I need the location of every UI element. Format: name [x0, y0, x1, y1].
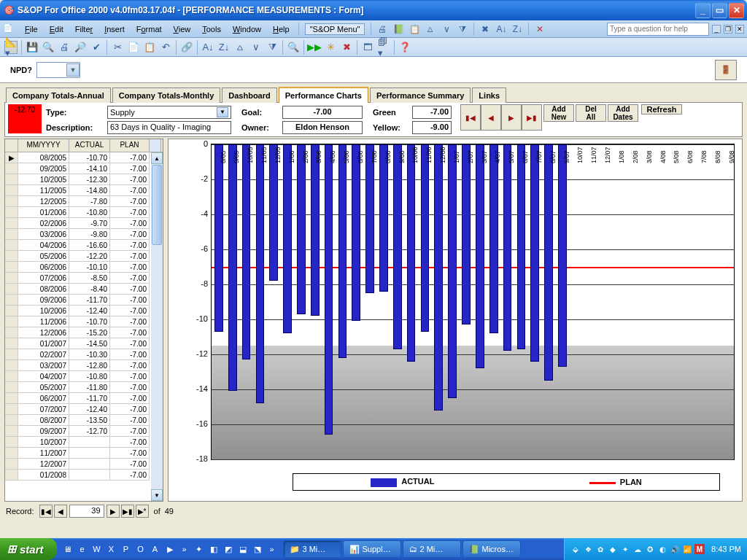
recnav-new-button[interactable]: ▶* [136, 505, 149, 518]
access-icon[interactable]: A [149, 542, 162, 556]
tray-icon[interactable]: ❖ [583, 544, 593, 554]
excel-icon[interactable]: 📗 [392, 23, 404, 35]
go-first-icon[interactable]: ▶▶ [308, 41, 321, 54]
outlook-icon[interactable]: O [134, 542, 147, 556]
table-row[interactable]: 07/2007-12.40-7.00 [5, 404, 151, 415]
db-window-icon[interactable]: 🗔 [361, 41, 374, 54]
help-icon[interactable]: ❓ [398, 41, 411, 54]
tray-icon[interactable]: ⬙ [570, 544, 581, 554]
table-row[interactable]: 10/2007-7.00 [5, 437, 151, 448]
taskbar-clock[interactable]: 8:43 PM [711, 545, 741, 553]
remove-filter-icon[interactable]: ✖ [479, 23, 491, 35]
table-row[interactable]: 02/2007-10.30-7.00 [5, 349, 151, 360]
table-row[interactable]: 11/2007-7.00 [5, 448, 151, 459]
col-plan[interactable]: PLAN [110, 139, 150, 152]
scroll-thumb[interactable] [152, 165, 162, 245]
table-row[interactable]: 12/2007-7.00 [5, 459, 151, 470]
yellow-input[interactable]: -9.00 [412, 121, 452, 134]
col-date[interactable]: MM/YYYY [18, 139, 69, 152]
table-row[interactable]: 08/2006-8.40-7.00 [5, 284, 151, 295]
tray-m-icon[interactable]: M [694, 544, 705, 554]
filter-excl-icon[interactable]: ⧩ [457, 23, 468, 35]
ql-misc-icon[interactable]: ✦ [193, 542, 206, 556]
data-grid[interactable]: MM/YYYY ACTUAL PLAN ▶08/2005-10.70-7.000… [4, 139, 163, 502]
ql-misc3-icon[interactable]: ◩ [222, 542, 235, 556]
spellcheck-icon[interactable]: ✔ [90, 41, 103, 54]
del-all-button[interactable]: DelAll [576, 104, 606, 122]
find-icon[interactable]: 🔍 [287, 41, 300, 54]
filter-form-toolbar-icon[interactable]: ∨ [249, 41, 263, 54]
hyperlink-icon[interactable]: 🔗 [180, 41, 193, 54]
tray-icon[interactable]: ✿ [595, 544, 605, 554]
description-input[interactable]: 63 Days in Quality - Imaging [107, 121, 231, 134]
first-record-button[interactable]: ▮◀ [460, 104, 481, 131]
recnav-first-button[interactable]: ▮◀ [39, 505, 53, 518]
tray-icon[interactable]: ◐ [657, 544, 667, 554]
last-record-button[interactable]: ▶▮ [522, 104, 542, 131]
scroll-down-icon[interactable]: ▼ [151, 489, 163, 501]
menu-filter[interactable]: Filter [69, 23, 98, 35]
npd-combo[interactable]: ▼ [36, 62, 80, 78]
delete-icon[interactable]: ✖ [340, 41, 353, 54]
sort-asc-toolbar-icon[interactable]: A↓ [201, 41, 214, 54]
paste-icon[interactable]: 📋 [143, 41, 156, 54]
sort-desc-icon[interactable]: Z↓ [511, 23, 523, 35]
tab-company-totals-monthly[interactable]: Company Totals-Monthly [112, 88, 221, 103]
tab-company-totals-annual[interactable]: Company Totals-Annual [6, 88, 111, 103]
next-record-button[interactable]: ▶ [501, 104, 522, 131]
sop-menu-button[interactable]: "S&OP Menu" [305, 23, 365, 35]
window-maximize-button[interactable]: ▭ [712, 3, 727, 18]
help-question-input[interactable] [607, 23, 709, 36]
tab-dashboard[interactable]: Dashboard [222, 88, 276, 103]
menu-window[interactable]: Window [227, 23, 267, 35]
ql-more-icon[interactable]: » [178, 542, 191, 556]
ql-misc4-icon[interactable]: ⬓ [236, 542, 249, 556]
ql-expand-icon[interactable]: » [266, 542, 279, 556]
table-row[interactable]: 05/2007-11.80-7.00 [5, 382, 151, 393]
taskbar-button[interactable]: 🗂2 Mi… [403, 540, 461, 558]
grid-scrollbar[interactable]: ▲ ▼ [151, 152, 163, 501]
media-icon[interactable]: ▶ [163, 542, 177, 556]
mdi-close-button[interactable]: ✕ [735, 25, 744, 34]
table-row[interactable]: 09/2006-11.70-7.00 [5, 295, 151, 306]
table-row[interactable]: 09/2005-14.10-7.00 [5, 163, 151, 174]
goal-input[interactable]: -7.00 [282, 106, 363, 119]
table-row[interactable]: 07/2006-8.50-7.00 [5, 273, 151, 284]
show-desktop-icon[interactable]: 🖥 [61, 542, 74, 556]
table-row[interactable]: 03/2006-9.80-7.00 [5, 229, 151, 240]
ql-misc5-icon[interactable]: ⬔ [251, 542, 264, 556]
search-icon[interactable]: 🔍 [42, 41, 55, 54]
new-record-icon[interactable]: ✳ [324, 41, 337, 54]
table-row[interactable]: 03/2007-12.80-7.00 [5, 360, 151, 371]
tray-network-icon[interactable]: 📶 [682, 544, 692, 554]
tab-links[interactable]: Links [472, 88, 506, 103]
table-row[interactable]: 01/2007-14.50-7.00 [5, 338, 151, 349]
filter-by-selection-icon[interactable]: 🜂 [425, 23, 436, 35]
green-input[interactable]: -7.00 [412, 106, 452, 119]
start-button[interactable]: ⊞start [0, 538, 57, 560]
save-icon[interactable]: 💾 [26, 41, 39, 54]
delete-record-icon[interactable]: ✕ [534, 23, 546, 35]
menu-tools[interactable]: Tools [196, 23, 227, 35]
tab-performance-charts[interactable]: Performance Charts [279, 87, 368, 103]
table-row[interactable]: 10/2006-12.40-7.00 [5, 306, 151, 316]
ie-icon[interactable]: e [76, 542, 89, 556]
excel-ql-icon[interactable]: X [105, 542, 118, 556]
table-row[interactable]: ▶08/2005-10.70-7.00 [5, 152, 151, 163]
table-row[interactable]: 06/2006-10.10-7.00 [5, 262, 151, 273]
table-row[interactable]: 01/2008-7.00 [5, 470, 151, 481]
filter-selection-toolbar-icon[interactable]: 🜂 [233, 41, 247, 54]
filter-icon[interactable]: ∨ [441, 23, 452, 35]
tray-icon[interactable]: ◆ [608, 544, 618, 554]
mdi-restore-button[interactable]: ❐ [724, 25, 732, 34]
design-view-icon[interactable]: 📐▾ [4, 41, 18, 54]
recnav-current[interactable]: 39 [69, 505, 104, 518]
add-new-button[interactable]: AddNew [543, 104, 574, 122]
refresh-button[interactable]: Refresh [641, 104, 682, 114]
table-row[interactable]: 12/2005-7.80-7.00 [5, 196, 151, 207]
preview-icon[interactable]: 🔎 [74, 41, 87, 54]
menu-file[interactable]: File [19, 23, 44, 35]
taskbar-button[interactable]: 📁3 Mi… [283, 540, 341, 558]
ppt-icon[interactable]: P [120, 542, 133, 556]
window-minimize-button[interactable]: _ [695, 3, 711, 18]
